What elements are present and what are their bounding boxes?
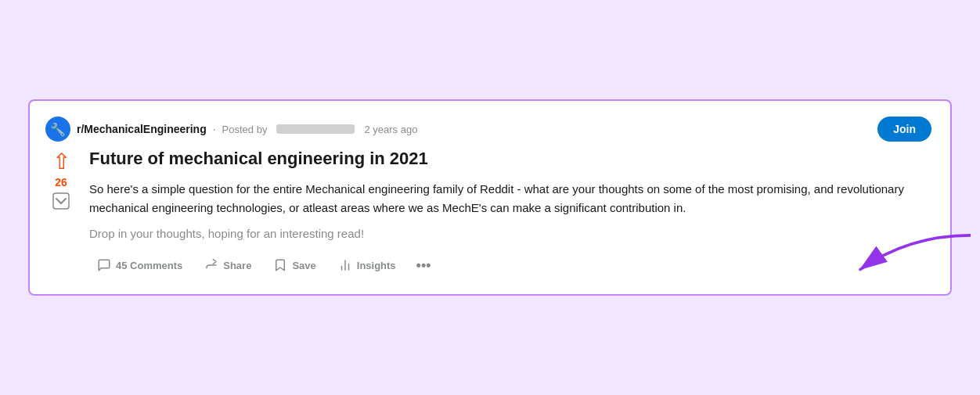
separator: · [213, 123, 216, 135]
insights-button[interactable]: Insights [330, 253, 404, 277]
comments-button[interactable]: 45 Comments [89, 253, 190, 277]
post-tagline: Drop in your thoughts, hoping for an int… [89, 227, 931, 240]
subreddit-icon: 🔧 [45, 117, 70, 142]
post-title: Future of mechanical engineering in 2021 [89, 148, 931, 171]
more-dots: ••• [416, 257, 431, 274]
insights-icon [338, 258, 352, 272]
upvote-button[interactable]: ⇧ [52, 151, 70, 173]
downvote-button[interactable] [52, 192, 70, 214]
share-button[interactable]: Share [196, 253, 259, 277]
post-content: Future of mechanical engineering in 2021… [89, 148, 931, 278]
username-blurred [276, 124, 355, 134]
svg-rect-0 [53, 193, 69, 209]
comments-icon [97, 258, 111, 272]
posted-by-label: Posted by [222, 124, 268, 135]
insights-label: Insights [357, 260, 396, 271]
post-body: So here's a simple question for the enti… [89, 180, 931, 217]
time-ago: 2 years ago [364, 124, 417, 135]
subreddit-name[interactable]: r/MechanicalEngineering [77, 123, 207, 135]
post-header: 🔧 r/MechanicalEngineering · Posted by 2 … [45, 117, 931, 142]
join-button[interactable]: Join [877, 117, 931, 142]
save-button[interactable]: Save [265, 253, 323, 277]
save-icon [273, 258, 287, 272]
vote-column: ⇧ 26 [45, 148, 77, 214]
comments-label: 45 Comments [116, 260, 182, 271]
post-main: ⇧ 26 Future of mechanical engineering in… [45, 148, 931, 278]
more-options-button[interactable]: ••• [410, 253, 438, 278]
save-label: Save [292, 260, 315, 271]
post-meta: 🔧 r/MechanicalEngineering · Posted by 2 … [45, 117, 417, 142]
share-icon [204, 258, 218, 272]
action-bar: 45 Comments Share Save [89, 253, 931, 278]
post-card: 🔧 r/MechanicalEngineering · Posted by 2 … [28, 99, 952, 296]
vote-count: 26 [55, 176, 67, 189]
share-label: Share [223, 260, 251, 271]
